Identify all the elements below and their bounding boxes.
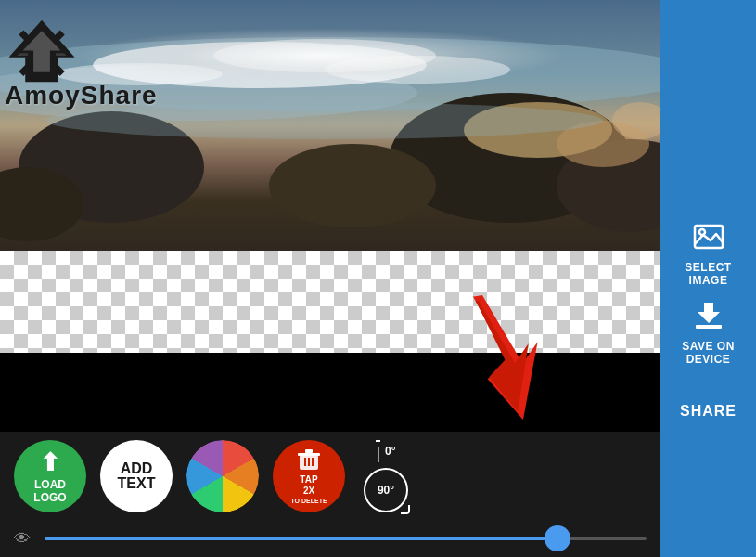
svg-rect-26	[305, 449, 313, 453]
brand-name: AmoyShare	[5, 81, 158, 110]
rotate-label: 90°	[378, 484, 394, 497]
svg-rect-33	[696, 325, 722, 329]
svg-point-31	[699, 229, 705, 235]
save-icon	[692, 299, 725, 332]
color-palette-icon	[186, 440, 259, 512]
svg-point-4	[213, 39, 436, 72]
svg-marker-32	[698, 303, 720, 323]
select-image-button[interactable]: SELECT IMAGE	[660, 214, 756, 292]
select-image-line2: IMAGE	[689, 274, 728, 287]
save-on-device-button[interactable]: SAVE ON DEVICE	[660, 292, 756, 371]
eye-icon: 👁	[14, 529, 31, 549]
share-button[interactable]: SHARE	[660, 371, 756, 450]
logo-on-image: AmoyShare	[5, 14, 158, 110]
delete-line2: 2X	[303, 486, 314, 496]
trash-icon	[296, 447, 322, 473]
svg-rect-25	[298, 453, 320, 456]
select-image-line1: SELECT	[685, 261, 731, 274]
load-logo-button[interactable]: ⬆ LOAD LOGO	[14, 440, 86, 512]
svg-point-11	[269, 144, 436, 227]
opacity-track	[45, 537, 647, 540]
delete-button[interactable]: TAP 2X TO DELETE	[273, 440, 345, 512]
load-logo-line1: LOAD	[34, 479, 66, 490]
delete-line3: TO DELETE	[290, 498, 327, 504]
delete-line1: TAP	[300, 475, 317, 485]
upload-arrow-icon: ⬆	[40, 448, 60, 477]
add-text-line2: TEXT	[118, 476, 156, 491]
load-logo-line2: LOGO	[33, 492, 66, 503]
rotate-circle-button[interactable]: 90°	[364, 468, 408, 512]
rotate-top: | 0°	[376, 440, 395, 463]
main-canvas: AmoyShare ⬆ LOAD LOGO ADD TEXT	[0, 0, 660, 557]
transparent-area	[0, 251, 660, 353]
opacity-slider-thumb[interactable]	[545, 525, 570, 551]
svg-rect-28	[308, 458, 310, 466]
rotate-degrees-label: 0°	[385, 445, 395, 458]
right-sidebar: SELECT IMAGE SAVE ON DEVICE SHARE	[660, 0, 756, 557]
select-image-icon	[692, 220, 725, 253]
color-palette-button[interactable]	[186, 440, 259, 512]
brand-logo-mark	[5, 14, 79, 88]
share-label: SHARE	[680, 403, 737, 420]
rotate-controls[interactable]: | 0° 90°	[364, 440, 408, 512]
opacity-row: 👁	[0, 520, 660, 557]
save-line1: SAVE ON	[682, 340, 735, 353]
add-text-line1: ADD	[121, 461, 153, 476]
svg-rect-29	[312, 458, 314, 466]
add-text-button[interactable]: ADD TEXT	[100, 440, 173, 512]
toolbar-buttons-row: ⬆ LOAD LOGO ADD TEXT TAP 2X	[0, 432, 660, 520]
opacity-fill	[45, 537, 557, 540]
svg-point-5	[325, 56, 510, 84]
svg-rect-27	[304, 458, 306, 466]
image-area: AmoyShare	[0, 0, 660, 251]
save-line2: DEVICE	[686, 353, 731, 366]
